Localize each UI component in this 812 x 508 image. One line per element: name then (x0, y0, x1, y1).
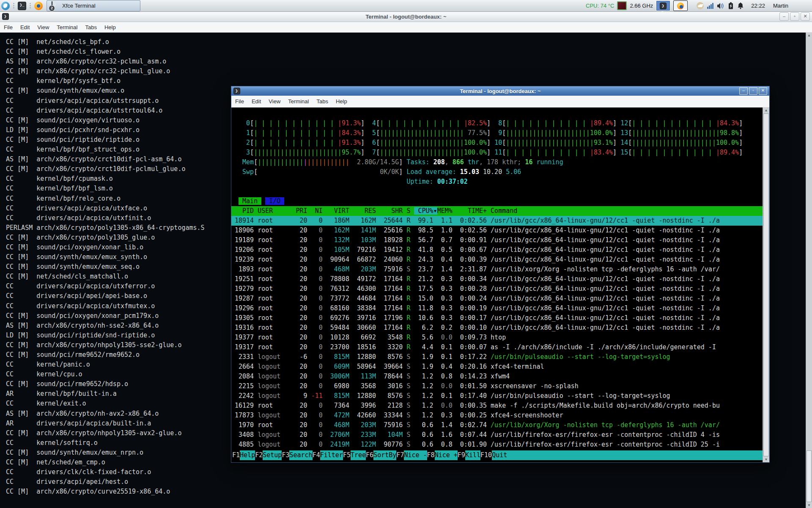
volume-icon[interactable] (717, 3, 724, 9)
battery-icon[interactable] (728, 2, 734, 9)
terminal-launcher-icon[interactable] (18, 2, 26, 10)
process-row[interactable]: 19305 root 20 0 69276 39716 17196 R 10.6… (231, 313, 763, 323)
process-row[interactable]: 19377 root 20 0 10128 6692 3548 R 5.6 0.… (231, 333, 763, 342)
fkey-f10[interactable]: F10 (480, 450, 492, 460)
htop-terminal-window: Terminal - logout@bordeaux: ~ – ▫ ✕ File… (231, 86, 770, 463)
fkey-f2-label[interactable]: Setup (263, 450, 282, 460)
menu-item-tabs[interactable]: Tabs (81, 22, 100, 32)
process-row[interactable]: 2084 logout 20 0 3006M 113M 78644 S 1.2 … (231, 372, 763, 381)
fkey-f5-label[interactable]: Tree (351, 450, 366, 460)
scrollbar-thumb[interactable] (807, 450, 812, 502)
menu-item-file[interactable]: File (0, 22, 16, 32)
panel-right: CPU: 74 °C 2.66 GHz (586, 0, 812, 11)
network-signal-icon[interactable] (707, 3, 713, 9)
scroll-up-arrow-icon[interactable]: ▲ (763, 108, 769, 113)
menu-item-tabs[interactable]: Tabs (313, 97, 332, 106)
process-row[interactable]: 3408 logout 20 0 2706M 233M 104M S 0.6 1… (231, 430, 763, 440)
htop-window-titlebar[interactable]: Terminal - logout@bordeaux: ~ – ▫ ✕ (231, 86, 769, 96)
process-row[interactable]: 1893 root 20 0 468M 203M 75916 S 23.7 1.… (231, 265, 763, 274)
process-row[interactable]: 19189 root 20 0 132M 103M 18928 R 56.7 0… (231, 235, 763, 245)
fkey-f10-label[interactable]: Quit (492, 450, 507, 460)
fkey-f3[interactable]: F3 (282, 450, 289, 460)
notifications-bell-icon[interactable] (737, 2, 744, 9)
fkey-f5[interactable]: F5 (343, 450, 351, 460)
process-row[interactable]: 19251 root 20 0 78808 49172 17164 R 21.2… (231, 274, 763, 284)
build-log-line: CC [M] arch/x86/crypto/curve25519-x86_64… (6, 487, 812, 497)
weather-tray-icon[interactable] (697, 2, 704, 9)
process-row[interactable]: 19279 root 20 0 76312 46300 17164 R 17.5… (231, 284, 763, 294)
system-tray (697, 2, 744, 9)
menu-item-terminal[interactable]: Terminal (53, 22, 81, 32)
menu-item-file[interactable]: File (231, 97, 248, 106)
process-row[interactable]: 19239 root 20 0 90964 66872 24060 R 24.3… (231, 255, 763, 265)
scrollbar-thumb[interactable] (763, 113, 769, 456)
terminal-icon (660, 3, 667, 9)
fkey-f6[interactable]: F6 (366, 450, 373, 460)
fkey-f8[interactable]: F8 (427, 450, 435, 460)
process-table-header[interactable]: PID USER PRI NI VIRT RES SHR S CPU%▾MEM%… (231, 206, 763, 216)
scroll-down-arrow-icon[interactable]: ▼ (806, 502, 812, 508)
fkey-f9-label[interactable]: Kill (465, 450, 480, 460)
window-switcher-firefox-button[interactable] (673, 0, 688, 11)
minimize-button[interactable]: – (779, 12, 789, 21)
build-log-line: CC [M] arch/x86/crypto/crc32-pclmul_glue… (6, 66, 812, 76)
fkey-f1[interactable]: F1 (232, 450, 240, 460)
cpu-meter-row: 1[| | | | | | | | | | | |84.3%] 5[||||||… (231, 128, 763, 138)
clock[interactable]: 22:22 (751, 3, 765, 9)
fkey-f8-label[interactable]: Nice + (435, 450, 458, 460)
tab-main[interactable]: Main (239, 197, 261, 205)
column-header-cpu-sort[interactable]: CPU%▾ (414, 207, 437, 215)
fkey-f3-label[interactable]: Search (289, 450, 312, 460)
process-row[interactable]: 19317 root 20 0 23700 18516 3320 R 4.4 0… (231, 342, 763, 352)
menu-item-view[interactable]: View (265, 97, 284, 106)
scroll-down-arrow-icon[interactable]: ▼ (763, 457, 769, 462)
close-button[interactable]: ✕ (759, 87, 767, 95)
panel-separator (13, 3, 15, 9)
fkey-f6-label[interactable]: SortBy (373, 450, 396, 460)
tab-io[interactable]: I/O (265, 197, 284, 205)
process-row[interactable]: 18914 root 20 0 186M 162M 25644 R 99.1 1… (231, 216, 763, 226)
process-row[interactable]: 19287 root 20 0 73772 44684 17164 R 15.0… (231, 294, 763, 304)
process-row[interactable]: 16129 root 20 0 7364 3996 2128 S 1.2 0.0… (231, 401, 763, 411)
background-window-titlebar[interactable]: Terminal - logout@bordeaux: ~ – ▫ ✕ (0, 11, 812, 22)
process-row[interactable]: 2331 logout -6 0 815M 12880 8576 S 1.9 0… (231, 352, 763, 362)
fkey-f7[interactable]: F7 (396, 450, 404, 460)
applications-menu-icon[interactable] (1, 2, 10, 10)
window-count-badge: 2 (49, 5, 55, 11)
top-panel: 2 Xfce Terminal CPU: 74 °C 2.66 GHz (0, 0, 812, 12)
fkey-f4-label[interactable]: Filter (320, 450, 343, 460)
fkey-f2[interactable]: F2 (255, 450, 263, 460)
process-row[interactable]: 17873 logout 20 0 472M 42660 33344 S 1.2… (231, 411, 763, 420)
process-row[interactable]: 4885 logout 20 0 2419M 122M 90776 S 0.6 … (231, 440, 763, 450)
close-button[interactable]: ✕ (801, 12, 810, 21)
menu-item-help[interactable]: Help (332, 97, 351, 106)
menu-item-view[interactable]: View (33, 22, 53, 32)
fkey-f1-label[interactable]: Help (240, 450, 255, 460)
menu-item-edit[interactable]: Edit (16, 22, 33, 32)
process-row[interactable]: 18906 root 20 0 162M 141M 25616 R 98.5 1… (231, 226, 763, 235)
process-row[interactable]: 2242 logout 9 -11 815M 12880 8576 S 1.2 … (231, 391, 763, 401)
process-row[interactable]: 2215 logout 20 0 6980 3568 3016 S 1.2 0.… (231, 381, 763, 391)
htop-terminal-scrollbar[interactable]: ▲ ▼ (763, 108, 769, 462)
menu-item-terminal[interactable]: Terminal (284, 97, 313, 106)
fkey-f9[interactable]: F9 (458, 450, 465, 460)
window-switcher-terminal-button[interactable] (656, 0, 670, 11)
process-row[interactable]: 19206 root 20 0 105M 79216 19412 R 41.8 … (231, 245, 763, 255)
process-row[interactable]: 19316 root 20 0 59484 30660 17164 R 6.2 … (231, 323, 763, 333)
firefox-launcher-icon[interactable] (34, 2, 43, 10)
fkey-f7-label[interactable]: Nice - (404, 450, 427, 460)
process-row[interactable]: 19296 root 20 0 68160 38384 17164 R 11.8… (231, 304, 763, 313)
scroll-up-arrow-icon[interactable]: ▲ (806, 33, 812, 38)
process-row[interactable]: 1970 root 20 0 468M 203M 75916 S 0.6 1.4… (231, 420, 763, 430)
cpu-meter-row: 0[| | | | | | | | | | | |91.3%] 4[| | | … (231, 119, 763, 128)
menu-item-help[interactable]: Help (101, 22, 120, 32)
menu-item-edit[interactable]: Edit (248, 97, 265, 106)
background-terminal-scrollbar[interactable]: ▲ ▼ (806, 33, 812, 508)
process-row[interactable]: 2664 logout 20 0 609M 58964 39664 S 1.9 … (231, 362, 763, 372)
taskbar-button-xfce-terminal[interactable]: 2 Xfce Terminal (47, 0, 140, 11)
maximize-button[interactable]: ▫ (749, 87, 757, 95)
fkey-f4[interactable]: F4 (313, 450, 320, 460)
memory-meter-and-tasks: Mem[|||||||||||||||||||||||| 2.80G/14.5G… (231, 157, 763, 167)
minimize-button[interactable]: – (739, 87, 748, 95)
maximize-button[interactable]: ▫ (790, 12, 799, 21)
